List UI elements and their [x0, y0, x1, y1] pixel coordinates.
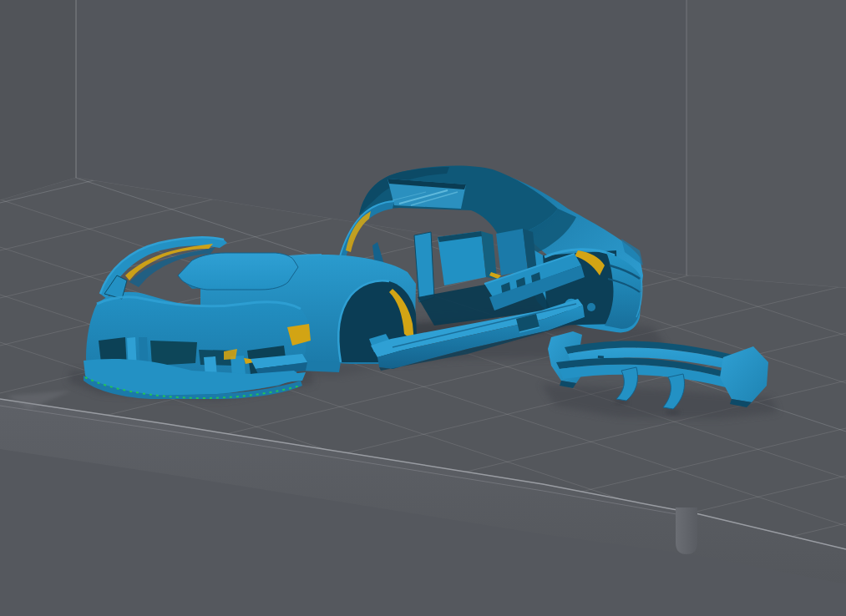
- wing-slot-1: [598, 356, 604, 358]
- door-panel-2: [496, 229, 528, 275]
- rear-hub-detail-small: [587, 303, 595, 311]
- wall-left-sliver: [0, 0, 76, 200]
- wall-right-region: [686, 0, 846, 288]
- viewport-3d[interactable]: [0, 0, 846, 616]
- hood-vent-panel: [178, 253, 298, 290]
- plate-corner-foot: [676, 507, 697, 554]
- bumper-center-opening: [150, 341, 197, 366]
